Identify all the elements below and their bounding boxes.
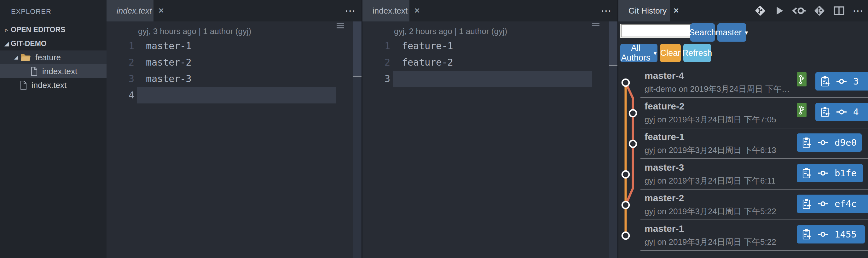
commit-subject: feature-2 (645, 101, 685, 112)
split-editor-icon[interactable] (833, 5, 845, 17)
commit-subject: master-1 (645, 223, 684, 234)
section-git-demo[interactable]: ◢ GIT-DEMO (0, 36, 106, 51)
file-icon (30, 66, 38, 76)
commit-icon (817, 200, 828, 207)
commit-hash: 4 (853, 107, 859, 117)
editor-actions: ⋯ (754, 0, 864, 22)
close-icon[interactable]: ✕ (158, 6, 164, 15)
section-open-editors[interactable]: ▹ OPEN EDITORS (0, 23, 106, 36)
git-branch-diamond-icon[interactable] (813, 5, 826, 17)
current-line-highlight (393, 70, 592, 87)
tree-item-index-text[interactable]: index.text (0, 78, 106, 92)
git-history-panel: Search master ▾ All Authors ▾ Clear Refr… (618, 22, 868, 258)
scrollbar[interactable] (609, 22, 617, 258)
sidebar-title: EXPLORER (11, 7, 51, 16)
branch-badge (797, 72, 807, 86)
git-history-group: Git History ✕ (618, 0, 868, 258)
commit-icon (817, 169, 828, 177)
code-line: master-3 (146, 70, 192, 87)
code-line: feature-2 (402, 54, 453, 70)
more-actions-icon[interactable]: ⋯ (345, 0, 356, 22)
commit-row[interactable]: feature-2 gyj on 2019年3月24日周日 下午7:05 (618, 98, 868, 128)
file-icon (20, 80, 27, 90)
line-number: 2 (106, 54, 134, 70)
code-line: master-1 (146, 38, 192, 54)
text-editor[interactable]: gyj, 3 hours ago | 1 author (gyj) 1 2 3 … (106, 22, 362, 258)
editor-group-2: index.text ✕ ⋯ gyj, 2 hours ago | 1 auth… (363, 0, 617, 258)
button-label: Clear (660, 48, 681, 58)
scrollbar[interactable] (353, 22, 362, 258)
commit-icon (836, 78, 847, 85)
search-button[interactable]: Search (690, 23, 715, 41)
code-line: feature-1 (402, 38, 453, 54)
commit-subject: master-4 (645, 70, 684, 81)
commit-row[interactable]: master-4 git-demo on 2019年3月24日周日 下午… (618, 67, 868, 98)
commit-hash: ef4c (835, 198, 857, 209)
button-label: Search (689, 28, 716, 37)
commit-hash-button[interactable]: d9e0 (797, 134, 862, 152)
git-branch-icon (799, 105, 805, 115)
refresh-button[interactable]: Refresh (683, 44, 711, 62)
code-line: master-2 (146, 54, 192, 70)
close-icon[interactable]: ✕ (673, 6, 679, 15)
commit-row[interactable]: master-2 gyj on 2019年3月24日周日 下午5:22 (618, 190, 868, 220)
minimap (592, 25, 599, 26)
tree-item-feature-folder[interactable]: ◢ feature (0, 51, 106, 64)
commit-hash-button[interactable]: 3 (815, 72, 868, 90)
commit-row[interactable]: feature-1 gyj on 2019年3月24日周日 下午6:13 (618, 128, 868, 159)
close-icon[interactable]: ✕ (414, 6, 420, 15)
line-number: 2 (363, 54, 390, 70)
commit-meta: gyj on 2019年3月24日周日 下午7:05 (645, 114, 776, 125)
line-number: 1 (363, 38, 390, 54)
copy-icon (802, 168, 811, 179)
tab-git-history[interactable]: Git History ✕ (618, 0, 670, 22)
commit-hash-button[interactable]: b1fe (797, 164, 863, 182)
commit-hash: b1fe (835, 168, 857, 178)
commit-subject: master-2 (645, 193, 684, 203)
tree-item-label: feature (35, 53, 61, 62)
compare-commit-icon[interactable] (792, 5, 806, 17)
commit-hash-button[interactable]: 4 (815, 103, 868, 121)
tab-index-text[interactable]: index.text ✕ (363, 0, 409, 22)
run-icon[interactable] (774, 5, 784, 17)
chevron-down-icon: ▾ (745, 29, 748, 36)
minimap (337, 23, 344, 24)
more-actions-icon[interactable]: ⋯ (852, 4, 864, 17)
row-separator (641, 250, 868, 251)
tree-item-label: index.text (32, 80, 66, 90)
line-number-active: 4 (106, 87, 134, 104)
tab-index-text[interactable]: index.text ✕ (106, 0, 154, 22)
search-input[interactable] (621, 24, 691, 37)
commit-hash-button[interactable]: ef4c (797, 195, 868, 213)
section-label: OPEN EDITORS (11, 26, 65, 34)
commit-row[interactable]: master-3 gyj on 2019年3月24日周日 下午6:11 (618, 159, 868, 190)
text-editor[interactable]: gyj, 2 hours ago | 1 author (gyj) 1 2 3 … (363, 22, 617, 258)
commit-list: master-4 git-demo on 2019年3月24日周日 下午… (618, 67, 868, 258)
commit-icon (836, 108, 847, 116)
git-blame-codelens[interactable]: gyj, 2 hours ago | 1 author (gyj) (394, 27, 507, 36)
chevron-expanded-icon: ◢ (12, 55, 20, 60)
branch-badge (797, 103, 807, 117)
all-authors-button[interactable]: All Authors ▾ (620, 44, 657, 62)
chevron-collapsed-icon: ▹ (2, 26, 11, 33)
explorer-sidebar: EXPLORER ▹ OPEN EDITORS ◢ GIT-DEMO ◢ fea… (0, 0, 106, 258)
line-number: 3 (106, 70, 134, 87)
commit-meta: gyj on 2019年3月24日周日 下午6:13 (645, 145, 776, 156)
tree-item-index-text-selected[interactable]: index.text (0, 64, 106, 78)
current-line-highlight (137, 87, 336, 104)
clear-button[interactable]: Clear (660, 44, 681, 62)
git-blame-codelens[interactable]: gyj, 3 hours ago | 1 author (gyj) (138, 27, 251, 36)
tab-bar: index.text ✕ ⋯ (106, 0, 362, 22)
vscode-window: EXPLORER ▹ OPEN EDITORS ◢ GIT-DEMO ◢ fea… (0, 0, 868, 258)
commit-hash-button[interactable]: 1455 (797, 225, 865, 243)
commit-row[interactable]: master-1 gyj on 2019年3月24日周日 下午5:22 (618, 220, 868, 251)
commit-hash: 3 (853, 76, 859, 87)
git-logo-icon[interactable] (754, 5, 766, 17)
copy-icon (802, 137, 811, 148)
commit-meta: git-demo on 2019年3月24日周日 下午… (645, 84, 790, 95)
git-branch-icon (799, 75, 805, 85)
more-actions-icon[interactable]: ⋯ (601, 0, 612, 22)
commit-hash: 1455 (835, 229, 857, 240)
branch-select-button[interactable]: master ▾ (717, 23, 746, 41)
line-number-active: 3 (363, 70, 390, 87)
